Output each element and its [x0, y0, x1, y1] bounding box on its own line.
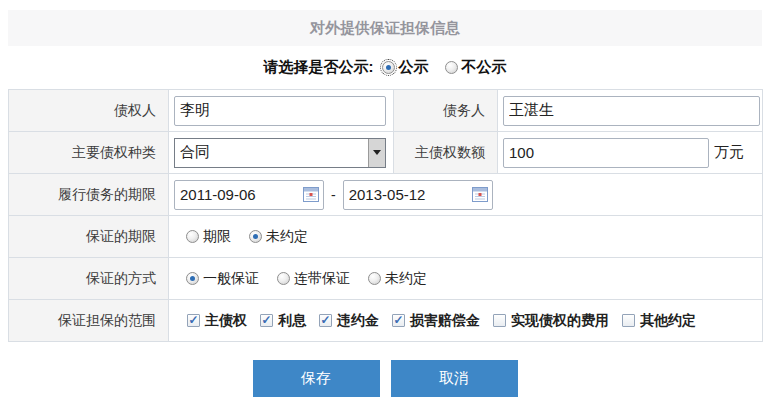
scope-option-penalty[interactable]: 违约金: [319, 312, 379, 330]
radio-icon[interactable]: [186, 272, 199, 285]
guarantee-period-option-unagreed[interactable]: 未约定: [249, 228, 308, 246]
publicity-choice-row: 请选择是否公示: 公示 不公示: [8, 46, 762, 89]
save-button[interactable]: 保存: [253, 360, 380, 397]
end-date-input[interactable]: [349, 186, 472, 203]
checkbox-icon[interactable]: [187, 314, 200, 327]
scope-option-other[interactable]: 其他约定: [622, 312, 696, 330]
end-date-field[interactable]: [343, 180, 493, 210]
debtor-input[interactable]: [503, 96, 760, 126]
publicity-option-public[interactable]: 公示: [382, 58, 429, 77]
debtor-label: 债务人: [394, 90, 498, 132]
publicity-option-public-label: 公示: [399, 58, 429, 77]
row-debt-type-amount: 主要债权种类 合同 主债权数额 万元: [9, 132, 763, 174]
option-label: 未约定: [385, 270, 427, 288]
debt-amount-unit: 万元: [714, 143, 744, 162]
row-creditor-debtor: 债权人 债务人: [9, 90, 763, 132]
publicity-option-private-label: 不公示: [462, 58, 507, 77]
debt-amount-label: 主债权数额: [394, 132, 498, 174]
guarantee-method-option-general[interactable]: 一般保证: [186, 270, 259, 288]
start-date-input[interactable]: [180, 186, 303, 203]
page-title-bar: 对外提供保证担保信息: [8, 10, 762, 46]
radio-icon[interactable]: [445, 61, 458, 74]
guarantee-form-page: 对外提供保证担保信息 请选择是否公示: 公示 不公示 债权人 债务人 主要债权种: [0, 0, 770, 397]
cancel-button[interactable]: 取消: [391, 360, 518, 397]
option-label: 利息: [278, 312, 306, 330]
checkbox-icon[interactable]: [493, 314, 506, 327]
option-label: 未约定: [266, 228, 308, 246]
guarantee-period-label: 保证的期限: [9, 216, 169, 258]
scope-option-principal[interactable]: 主债权: [187, 312, 247, 330]
calendar-icon[interactable]: [303, 187, 319, 202]
dropdown-arrow-icon[interactable]: [368, 139, 385, 167]
guarantee-method-label: 保证的方式: [9, 258, 169, 300]
calendar-icon[interactable]: [472, 187, 488, 202]
radio-icon[interactable]: [382, 61, 395, 74]
radio-icon[interactable]: [249, 230, 262, 243]
checkbox-icon[interactable]: [392, 314, 405, 327]
creditor-input[interactable]: [174, 96, 386, 126]
page-title: 对外提供保证担保信息: [310, 19, 460, 38]
radio-icon[interactable]: [277, 272, 290, 285]
start-date-field[interactable]: [174, 180, 324, 210]
option-label: 连带保证: [294, 270, 350, 288]
creditor-label: 债权人: [9, 90, 169, 132]
option-label: 实现债权的费用: [511, 312, 609, 330]
debt-amount-input[interactable]: [503, 138, 709, 168]
guarantee-method-option-unagreed[interactable]: 未约定: [368, 270, 427, 288]
scope-option-interest[interactable]: 利息: [260, 312, 306, 330]
option-label: 违约金: [337, 312, 379, 330]
option-label: 期限: [203, 228, 231, 246]
debt-type-label: 主要债权种类: [9, 132, 169, 174]
row-guarantee-method: 保证的方式 一般保证 连带保证 未约定: [9, 258, 763, 300]
option-label: 其他约定: [640, 312, 696, 330]
option-label: 一般保证: [203, 270, 259, 288]
debt-type-select[interactable]: 合同: [174, 138, 386, 168]
row-performance-period: 履行债务的期限: [9, 174, 763, 216]
form-actions: 保存 取消: [8, 360, 762, 397]
row-guarantee-scope: 保证担保的范围 主债权 利息 违约金: [9, 300, 763, 342]
scope-option-realization-costs[interactable]: 实现债权的费用: [493, 312, 609, 330]
option-label: 损害赔偿金: [410, 312, 480, 330]
date-range-separator: -: [331, 187, 336, 203]
checkbox-icon[interactable]: [260, 314, 273, 327]
option-label: 主债权: [205, 312, 247, 330]
performance-period-label: 履行债务的期限: [9, 174, 169, 216]
radio-icon[interactable]: [368, 272, 381, 285]
guarantee-method-option-joint[interactable]: 连带保证: [277, 270, 350, 288]
debt-type-selected-value: 合同: [175, 139, 368, 167]
scope-option-damages[interactable]: 损害赔偿金: [392, 312, 480, 330]
guarantee-form-table: 债权人 债务人 主要债权种类 合同 主债权数额 万元: [8, 89, 763, 342]
guarantee-scope-label: 保证担保的范围: [9, 300, 169, 342]
guarantee-period-option-fixed[interactable]: 期限: [186, 228, 231, 246]
checkbox-icon[interactable]: [319, 314, 332, 327]
row-guarantee-period: 保证的期限 期限 未约定: [9, 216, 763, 258]
publicity-label: 请选择是否公示:: [264, 58, 374, 77]
publicity-option-private[interactable]: 不公示: [445, 58, 507, 77]
radio-icon[interactable]: [186, 230, 199, 243]
checkbox-icon[interactable]: [622, 314, 635, 327]
